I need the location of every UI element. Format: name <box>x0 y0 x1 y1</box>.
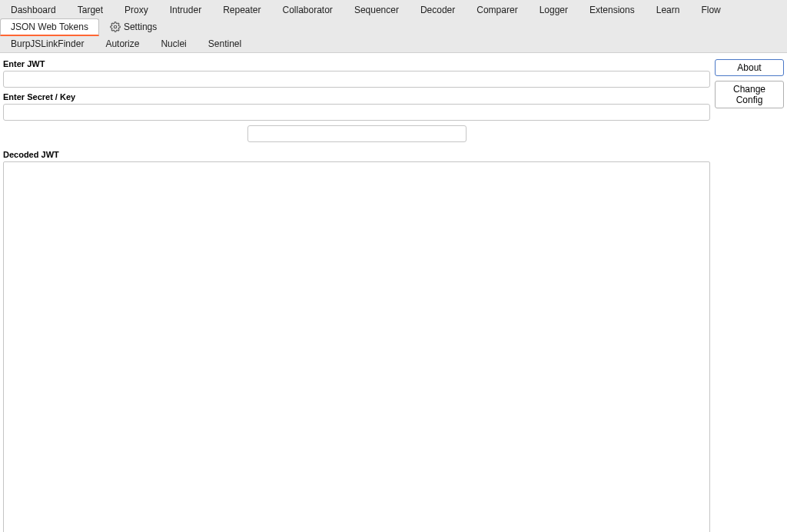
tab-collaborator[interactable]: Collaborator <box>272 2 344 18</box>
settings-label: Settings <box>124 22 157 32</box>
tab-intruder[interactable]: Intruder <box>159 2 212 18</box>
tab-nuclei[interactable]: Nuclei <box>150 35 197 52</box>
tab-decoder[interactable]: Decoder <box>410 2 466 18</box>
jwt-input[interactable] <box>3 71 710 88</box>
side-column: About Change Config <box>715 59 784 532</box>
tab-target[interactable]: Target <box>67 2 114 18</box>
svg-point-0 <box>114 25 117 28</box>
tab-dashboard[interactable]: Dashboard <box>0 2 67 18</box>
main-column: Enter JWT Enter Secret / Key Decoded JWT <box>3 59 715 532</box>
tab-proxy[interactable]: Proxy <box>114 2 159 18</box>
main-tab-bar: DashboardTargetProxyIntruderRepeaterColl… <box>0 0 787 53</box>
tab-burpjslinkfinder[interactable]: BurpJSLinkFinder <box>0 35 95 52</box>
change-config-button[interactable]: Change Config <box>715 81 784 108</box>
extra-input[interactable] <box>247 125 467 142</box>
tab-row-1: DashboardTargetProxyIntruderRepeaterColl… <box>0 0 787 35</box>
decoded-group: Decoded JWT <box>3 150 710 532</box>
secret-input[interactable] <box>3 104 710 121</box>
tab-extensions[interactable]: Extensions <box>579 2 646 18</box>
enter-jwt-label: Enter JWT <box>3 59 710 68</box>
tab-sequencer[interactable]: Sequencer <box>344 2 410 18</box>
enter-secret-label: Enter Secret / Key <box>3 92 710 101</box>
about-button[interactable]: About <box>715 59 784 76</box>
tab-autorize[interactable]: Autorize <box>95 35 150 52</box>
tab-repeater[interactable]: Repeater <box>212 2 271 18</box>
tab-row-2: BurpJSLinkFinderAutorizeNucleiSentinel <box>0 35 787 52</box>
tab-settings[interactable]: Settings <box>99 18 168 35</box>
secret-group: Enter Secret / Key <box>3 92 710 121</box>
tab-flow[interactable]: Flow <box>690 2 731 18</box>
tab-logger[interactable]: Logger <box>529 2 579 18</box>
tab-sentinel[interactable]: Sentinel <box>198 35 252 52</box>
gear-icon <box>110 22 121 32</box>
tab-comparer[interactable]: Comparer <box>466 2 528 18</box>
tab-learn[interactable]: Learn <box>646 2 691 18</box>
jwt-group: Enter JWT <box>3 59 710 88</box>
content-wrapper: Enter JWT Enter Secret / Key Decoded JWT… <box>0 53 787 532</box>
decoded-jwt-label: Decoded JWT <box>3 150 710 159</box>
decoded-jwt-area[interactable] <box>3 161 710 532</box>
tab-json-web-tokens[interactable]: JSON Web Tokens <box>0 18 99 36</box>
extra-input-row <box>3 125 710 142</box>
